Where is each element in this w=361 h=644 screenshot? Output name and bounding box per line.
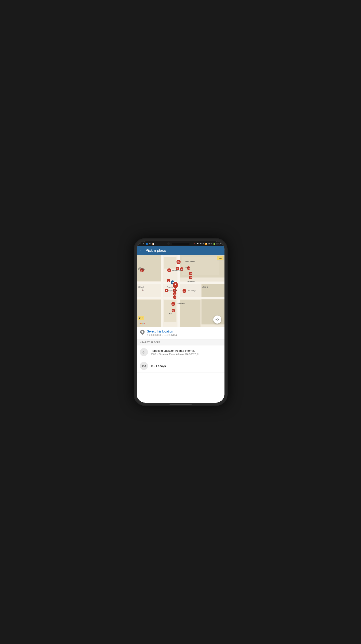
battery-percent: 61% <box>208 242 212 245</box>
location-status-icon: 📍 <box>194 242 196 245</box>
person-icon: 👤 <box>146 242 148 245</box>
svg-text:TGI Fridays: TGI Fridays <box>188 290 196 292</box>
svg-text:☕: ☕ <box>180 268 183 270</box>
svg-text:McDonald's: McDonald's <box>187 281 195 282</box>
svg-point-73 <box>217 319 218 320</box>
places-list: ✈ Hartsfield-Jackson Atlanta Interna... … <box>137 346 224 403</box>
svg-text:■: ■ <box>168 280 169 282</box>
home-bar <box>169 404 192 404</box>
svg-text:🛍: 🛍 <box>174 293 176 295</box>
svg-text:■: ■ <box>166 290 167 292</box>
svg-text:Brooks Brothers: Brooks Brothers <box>185 261 195 262</box>
status-right-icons: 📍 ✱ WiFi 📶 61% 🔋 22:24 <box>194 242 221 245</box>
tgi-icon: 🍽 <box>140 362 148 370</box>
select-location-title: Select this location <box>147 330 177 333</box>
svg-text:E14: E14 <box>218 258 222 260</box>
place-item-airport[interactable]: ✈ Hartsfield-Jackson Atlanta Interna... … <box>137 346 224 359</box>
svg-rect-15 <box>137 297 224 300</box>
svg-text:Level 1: Level 1 <box>201 286 208 288</box>
location-pin-icon <box>140 330 145 336</box>
speaker <box>172 243 190 245</box>
svg-text:🍽: 🍽 <box>183 290 185 292</box>
svg-point-70 <box>174 284 176 285</box>
svg-text:🍽: 🍽 <box>168 270 170 272</box>
svg-text:Lufthansa: Lufthansa <box>138 267 144 269</box>
page-title: Pick a place <box>146 248 166 253</box>
airport-info: Hartsfield-Jackson Atlanta Interna... 60… <box>151 349 221 356</box>
status-left-icons: ✓ ✉ 👤 G 📋 <box>140 242 154 245</box>
svg-text:E12: E12 <box>139 317 143 319</box>
signal-icon: 📶 <box>205 242 207 245</box>
svg-text:...press: ...press <box>184 266 189 268</box>
wifi-icon: WiFi <box>200 242 204 245</box>
phone-frame: ✓ ✉ 👤 G 📋 📍 ✱ WiFi 📶 61% 🔋 22:24 <box>134 238 228 406</box>
airport-name: Hartsfield-Jackson Atlanta Interna... <box>151 349 221 352</box>
mail-icon: ✉ <box>143 242 145 245</box>
time-display: 22:24 <box>216 242 221 245</box>
camera <box>167 242 170 245</box>
svg-text:🛍: 🛍 <box>172 310 174 312</box>
svg-text:Tumi: Tumi <box>169 313 172 314</box>
svg-text:Michael Kors: Michael Kors <box>177 303 185 304</box>
svg-text:rt Chapel: rt Chapel <box>138 286 144 288</box>
select-location-coords: (33.6406183, -84.4254705) <box>147 334 177 336</box>
map-area[interactable]: E14 E12 Level 1 🛍 Brooks Brothers <box>137 255 224 327</box>
map-background: E14 E12 Level 1 🛍 Brooks Brothers <box>137 255 224 327</box>
clipboard-icon: 📋 <box>152 242 154 245</box>
svg-text:🍽: 🍽 <box>177 268 178 270</box>
airport-address: 6000 N Terminal Pkwy, Atlanta, GA 30320,… <box>151 353 221 356</box>
app-header: ← Pick a place <box>137 246 224 255</box>
check-icon: ✓ <box>140 242 142 245</box>
airport-icon: ✈ <box>140 348 148 356</box>
svg-text:tor Lounge: tor Lounge <box>138 269 145 271</box>
my-location-button[interactable] <box>213 316 221 324</box>
svg-rect-12 <box>161 255 163 327</box>
screen: ✓ ✉ 👤 G 📋 📍 ✱ WiFi 📶 61% 🔋 22:24 <box>137 241 224 403</box>
battery-icon: 🔋 <box>213 242 215 245</box>
svg-rect-14 <box>137 282 224 284</box>
svg-text:Freshëns: Freshëns <box>167 286 173 288</box>
place-item-tgi[interactable]: 🍽 TGI Fridays <box>137 359 224 373</box>
svg-text:Duty Free Sho...: Duty Free Sho... <box>168 290 178 292</box>
bluetooth-icon: ✱ <box>197 242 199 245</box>
svg-marker-79 <box>141 334 143 335</box>
svg-rect-9 <box>164 258 176 268</box>
tgi-name: TGI Fridays <box>151 364 221 368</box>
select-location-text: Select this location (33.6406183, -84.42… <box>147 330 177 336</box>
back-button[interactable]: ← <box>140 249 143 253</box>
svg-point-80 <box>141 331 143 333</box>
svg-text:🛍: 🛍 <box>172 303 174 305</box>
nearby-places-header: NEARBY PLACES <box>137 340 224 346</box>
select-location-row[interactable]: Select this location (33.6406183, -84.42… <box>137 327 224 340</box>
google-logo: Google <box>139 322 145 324</box>
svg-text:🛍: 🛍 <box>174 296 176 298</box>
svg-text:🍽: 🍽 <box>190 277 191 279</box>
google-icon: G <box>149 242 151 245</box>
tgi-info: TGI Fridays <box>151 364 221 368</box>
svg-text:⛪: ⛪ <box>141 288 144 291</box>
phone-inner: ✓ ✉ 👤 G 📋 📍 ✱ WiFi 📶 61% 🔋 22:24 <box>137 241 224 403</box>
svg-text:🍽: 🍽 <box>190 273 191 275</box>
svg-text:🛍: 🛍 <box>177 261 179 263</box>
